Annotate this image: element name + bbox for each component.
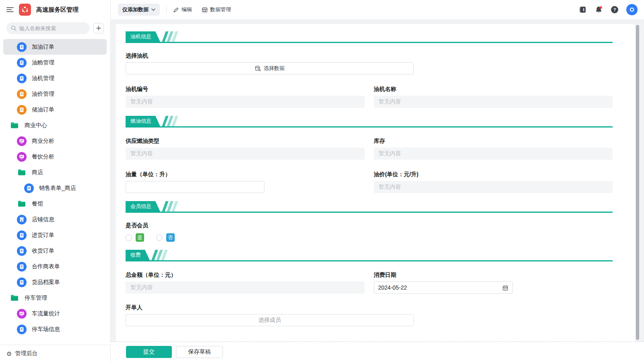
mode-dropdown-button[interactable]: 仅添加数据 bbox=[118, 4, 160, 16]
field-stock: 库存 暂无内容 bbox=[374, 137, 613, 160]
chevron-down-icon bbox=[151, 8, 155, 11]
dashboard-icon bbox=[17, 152, 27, 162]
doc-icon bbox=[17, 278, 27, 287]
sidebar-item-10[interactable]: 销售表单_商店 bbox=[3, 180, 107, 196]
search-icon bbox=[11, 25, 17, 31]
field-label: 选择油机 bbox=[126, 51, 613, 60]
sidebar-item-label: 收货订单 bbox=[32, 247, 54, 255]
sidebar-item-17[interactable]: 停车管理 bbox=[3, 290, 107, 306]
member-option-yes[interactable]: 是 bbox=[126, 233, 144, 242]
doc-icon bbox=[17, 246, 27, 256]
field-label: 油价(单位：元/升) bbox=[374, 170, 613, 178]
form-action-bar: 提交 保存草稿 bbox=[111, 341, 644, 362]
sidebar-item-label: 商业分析 bbox=[32, 138, 54, 145]
topbar: 仅添加数据 编辑 数据管理 bbox=[111, 0, 644, 19]
doc-icon bbox=[17, 74, 27, 83]
folder-icon bbox=[10, 121, 19, 130]
fuel-type-input: 暂无内容 bbox=[126, 148, 365, 160]
placeholder-text: 暂无内容 bbox=[130, 284, 153, 291]
section-title: 收费 bbox=[126, 250, 150, 260]
field-total: 总金额（单位：元） 暂无内容 bbox=[126, 271, 365, 294]
journal-icon[interactable] bbox=[579, 6, 587, 14]
sidebar-item-label: 商店 bbox=[32, 169, 43, 176]
sidebar-item-5[interactable]: 储油订单 bbox=[3, 102, 107, 117]
field-label: 供应燃油类型 bbox=[126, 137, 365, 145]
mode-dropdown-label: 仅添加数据 bbox=[122, 6, 149, 13]
member-option-no[interactable]: 否 bbox=[156, 233, 175, 242]
date-input[interactable]: 2024-05-22 bbox=[374, 282, 513, 294]
user-avatar[interactable]: O bbox=[626, 4, 638, 15]
sidebar-item-18[interactable]: 车流量统计 bbox=[3, 306, 107, 321]
doc-icon bbox=[17, 325, 27, 334]
sidebar-item-7[interactable]: 商业分析 bbox=[3, 133, 107, 149]
submit-button[interactable]: 提交 bbox=[126, 346, 172, 358]
main-area: 仅添加数据 编辑 数据管理 bbox=[111, 0, 644, 362]
field-volume: 油量（单位：升） bbox=[126, 170, 365, 193]
sidebar-item-8[interactable]: 餐饮分析 bbox=[3, 149, 107, 165]
svg-text:?: ? bbox=[613, 7, 616, 12]
stock-input: 暂无内容 bbox=[374, 148, 613, 160]
sidebar-item-2[interactable]: 油舱管理 bbox=[3, 55, 107, 70]
field-select-pump: 选择油机 选择数据 bbox=[126, 51, 613, 74]
sidebar-item-14[interactable]: 收货订单 bbox=[3, 243, 107, 259]
edit-button[interactable]: 编辑 bbox=[173, 6, 192, 13]
select-data-button[interactable]: 选择数据 bbox=[126, 62, 414, 74]
app-logo-icon bbox=[19, 4, 31, 16]
hamburger-icon[interactable] bbox=[6, 7, 14, 12]
document-icon bbox=[17, 58, 27, 68]
price-input: 暂无内容 bbox=[374, 181, 613, 193]
sidebar-item-11[interactable]: 餐馆 bbox=[3, 196, 107, 212]
section-title: 燃油信息 bbox=[126, 116, 160, 126]
sidebar-item-16[interactable]: 货品档案单 bbox=[3, 274, 107, 290]
section-banner-charge: 收费 bbox=[126, 250, 613, 260]
sidebar-item-4[interactable]: 油价管理 bbox=[3, 86, 107, 102]
sidebar-item-12[interactable]: 店铺信息 bbox=[3, 212, 107, 227]
placeholder-text: 暂无内容 bbox=[379, 98, 401, 105]
sidebar-item-label: 店铺信息 bbox=[32, 216, 54, 223]
doc-icon bbox=[17, 105, 27, 115]
document-icon bbox=[17, 246, 27, 256]
help-icon[interactable]: ? bbox=[611, 6, 619, 14]
scrollbar[interactable] bbox=[636, 25, 639, 340]
field-label: 消费日期 bbox=[374, 271, 613, 279]
sidebar-item-3[interactable]: 油机管理 bbox=[3, 70, 107, 86]
add-app-button[interactable] bbox=[93, 23, 104, 33]
sidebar-item-6[interactable]: 商业中心 bbox=[3, 117, 107, 133]
sidebar-item-13[interactable]: 进货订单 bbox=[3, 227, 107, 243]
pencil-icon bbox=[173, 7, 179, 13]
sidebar-item-label: 餐饮分析 bbox=[32, 153, 54, 160]
sidebar-item-label: 餐馆 bbox=[32, 200, 43, 208]
sidebar-item-label: 油机管理 bbox=[32, 75, 54, 82]
search-input[interactable] bbox=[19, 25, 72, 31]
field-label: 是否会员 bbox=[126, 221, 613, 229]
placeholder-text: 暂无内容 bbox=[379, 150, 401, 157]
total-input: 暂无内容 bbox=[126, 282, 365, 294]
select-member-box[interactable]: 选择成员 bbox=[126, 314, 414, 326]
scrollbar-thumb[interactable] bbox=[636, 25, 639, 340]
search-box[interactable] bbox=[6, 22, 90, 34]
field-label: 开单人 bbox=[126, 303, 613, 311]
sidebar-item-label: 加油订单 bbox=[32, 43, 54, 51]
save-draft-button[interactable]: 保存草稿 bbox=[176, 346, 223, 358]
data-manage-button[interactable]: 数据管理 bbox=[202, 6, 231, 13]
edit-label: 编辑 bbox=[182, 6, 192, 13]
document-icon bbox=[17, 105, 27, 115]
admin-backend-button[interactable]: ⚙ 管理后台 bbox=[0, 345, 110, 362]
bell-icon[interactable] bbox=[594, 6, 603, 14]
field-price: 油价(单位：元/升) 暂无内容 bbox=[374, 170, 613, 193]
calendar-icon bbox=[502, 285, 508, 291]
form-card: 油机信息 选择油机 选择数据 油机编号 bbox=[116, 24, 635, 341]
dashboard-icon bbox=[17, 309, 27, 319]
table-icon bbox=[202, 7, 208, 13]
chip-no: 否 bbox=[166, 233, 175, 242]
sidebar-item-15[interactable]: 合作商表单 bbox=[3, 259, 107, 274]
sidebar-item-19[interactable]: 停车场信息 bbox=[3, 321, 107, 337]
radio-no[interactable] bbox=[156, 234, 163, 241]
sidebar-item-9[interactable]: 商店 bbox=[3, 165, 107, 180]
doc-icon bbox=[17, 230, 27, 240]
radio-yes[interactable] bbox=[126, 234, 132, 241]
sidebar-item-1[interactable]: 加油订单 bbox=[3, 39, 107, 55]
volume-input[interactable] bbox=[126, 181, 264, 193]
document-icon bbox=[17, 262, 27, 272]
document-icon bbox=[17, 325, 27, 334]
